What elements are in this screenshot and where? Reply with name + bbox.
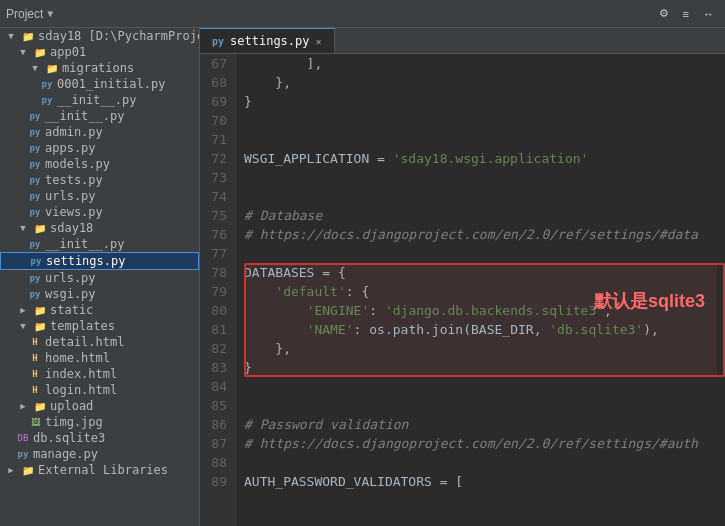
sidebar-item-sday18-root[interactable]: ▼📁sday18 [D:\PycharmProjects\S1home — [0, 28, 199, 44]
code-editor[interactable]: 6768697071727374757677787980818283848586… — [200, 54, 725, 526]
token: : — [354, 320, 370, 339]
sidebar-item-label: tests.py — [45, 173, 103, 187]
py-file-icon: py — [28, 125, 42, 139]
py-file-icon: py — [28, 237, 42, 251]
sidebar-item-models[interactable]: pymodels.py — [0, 156, 199, 172]
token: ], — [244, 54, 322, 73]
line-number-88: 88 — [208, 453, 227, 472]
folder-icon: 📁 — [33, 45, 47, 59]
sidebar-item-label: manage.py — [33, 447, 98, 461]
sidebar-item-label: __init__.py — [45, 237, 124, 251]
sidebar-item-label: home.html — [45, 351, 110, 365]
token — [244, 320, 307, 339]
sidebar-item-templates[interactable]: ▼📁templates — [0, 318, 199, 334]
code-line-78: DATABASES = { — [244, 263, 717, 282]
line-number-68: 68 — [208, 73, 227, 92]
sidebar-item-sday18[interactable]: ▼📁sday18 — [0, 220, 199, 236]
line-number-80: 80 — [208, 301, 227, 320]
html-file-icon: H — [28, 335, 42, 349]
img-file-icon: 🖼 — [28, 415, 42, 429]
expand-btn[interactable]: ↔ — [698, 6, 719, 22]
sidebar-item-label: login.html — [45, 383, 117, 397]
sidebar-item-static[interactable]: ▶📁static — [0, 302, 199, 318]
sidebar-item-wsgi[interactable]: pywsgi.py — [0, 286, 199, 302]
py-file-icon: py — [40, 93, 54, 107]
toolbar-title: Project — [6, 7, 43, 21]
folder-icon: 📁 — [21, 463, 35, 477]
code-line-68: }, — [244, 73, 717, 92]
token: 'sday18.wsgi.application' — [393, 149, 589, 168]
sidebar-item-label: urls.py — [45, 189, 96, 203]
sidebar-item-views[interactable]: pyviews.py — [0, 204, 199, 220]
code-line-72: WSGI_APPLICATION = 'sday18.wsgi.applicat… — [244, 149, 717, 168]
token: }, — [244, 339, 291, 358]
sidebar-item-admin[interactable]: pyadmin.py — [0, 124, 199, 140]
settings-btn[interactable]: ⚙ — [654, 5, 674, 22]
toolbar: Project ▼ ⚙ ≡ ↔ — [0, 0, 725, 28]
token: = [ — [432, 472, 463, 491]
token: BASE_DIR — [471, 320, 534, 339]
sidebar-item-ext_libs[interactable]: ▶📁External Libraries — [0, 462, 199, 478]
sidebar-item-apps[interactable]: pyapps.py — [0, 140, 199, 156]
html-file-icon: H — [28, 367, 42, 381]
code-line-67: ], — [244, 54, 717, 73]
sidebar: ▼📁sday18 [D:\PycharmProjects\S1home▼📁app… — [0, 28, 200, 526]
tab-settings[interactable]: py settings.py ✕ — [200, 28, 335, 53]
code-line-73 — [244, 168, 717, 187]
line-number-83: 83 — [208, 358, 227, 377]
sidebar-item-tests[interactable]: pytests.py — [0, 172, 199, 188]
token: , — [534, 320, 550, 339]
tab-close-btn[interactable]: ✕ — [316, 36, 322, 47]
py-file-icon: py — [28, 189, 42, 203]
token: 'default' — [275, 282, 345, 301]
code-line-87: # https://docs.djangoproject.com/en/2.0/… — [244, 434, 717, 453]
code-line-89: AUTH_PASSWORD_VALIDATORS = [ — [244, 472, 717, 491]
sidebar-item-label: __init__.py — [57, 93, 136, 107]
py-file-icon: py — [28, 287, 42, 301]
token: DATABASES — [244, 263, 314, 282]
py-file-icon: py — [28, 205, 42, 219]
token: 'ENGINE' — [307, 301, 370, 320]
sidebar-item-settings[interactable]: pysettings.py — [0, 252, 199, 270]
sidebar-item-label: urls.py — [45, 271, 96, 285]
code-line-85 — [244, 396, 717, 415]
sidebar-item-label: upload — [50, 399, 93, 413]
token: # Password validation — [244, 415, 408, 434]
tab-label: settings.py — [230, 34, 309, 48]
line-number-70: 70 — [208, 111, 227, 130]
sidebar-item-upload[interactable]: ▶📁upload — [0, 398, 199, 414]
sidebar-item-__init__migrations[interactable]: py__init__.py — [0, 92, 199, 108]
line-number-77: 77 — [208, 244, 227, 263]
sidebar-item-label: models.py — [45, 157, 110, 171]
line-number-78: 78 — [208, 263, 227, 282]
sidebar-item-login[interactable]: Hlogin.html — [0, 382, 199, 398]
line-number-75: 75 — [208, 206, 227, 225]
sidebar-item-label: apps.py — [45, 141, 96, 155]
sidebar-item-migrations[interactable]: ▼📁migrations — [0, 60, 199, 76]
sidebar-item-0001_initial[interactable]: py0001_initial.py — [0, 76, 199, 92]
sidebar-item-app01[interactable]: ▼📁app01 — [0, 44, 199, 60]
sidebar-item-urls_sday18[interactable]: pyurls.py — [0, 270, 199, 286]
sidebar-item-urls_app01[interactable]: pyurls.py — [0, 188, 199, 204]
token: WSGI_APPLICATION = — [244, 149, 393, 168]
folder-icon: 📁 — [33, 319, 47, 333]
sidebar-item-detail[interactable]: Hdetail.html — [0, 334, 199, 350]
sidebar-item-__init__app01[interactable]: py__init__.py — [0, 108, 199, 124]
folder-icon: 📁 — [33, 221, 47, 235]
sidebar-item-db_sqlite3[interactable]: DBdb.sqlite3 — [0, 430, 199, 446]
menu-btn[interactable]: ≡ — [678, 6, 694, 22]
token: : — [369, 301, 385, 320]
sidebar-item-__init__sday18[interactable]: py__init__.py — [0, 236, 199, 252]
sidebar-item-timg[interactable]: 🖼timg.jpg — [0, 414, 199, 430]
line-number-71: 71 — [208, 130, 227, 149]
tab-py-icon: py — [212, 36, 224, 47]
sidebar-item-index[interactable]: Hindex.html — [0, 366, 199, 382]
sidebar-item-manage[interactable]: pymanage.py — [0, 446, 199, 462]
sidebar-item-label: templates — [50, 319, 115, 333]
sidebar-item-home[interactable]: Hhome.html — [0, 350, 199, 366]
sidebar-item-label: timg.jpg — [45, 415, 103, 429]
code-line-75: # Database — [244, 206, 717, 225]
py-file-icon: py — [28, 271, 42, 285]
code-line-76: # https://docs.djangoproject.com/en/2.0/… — [244, 225, 717, 244]
token: 'db.sqlite3' — [549, 320, 643, 339]
